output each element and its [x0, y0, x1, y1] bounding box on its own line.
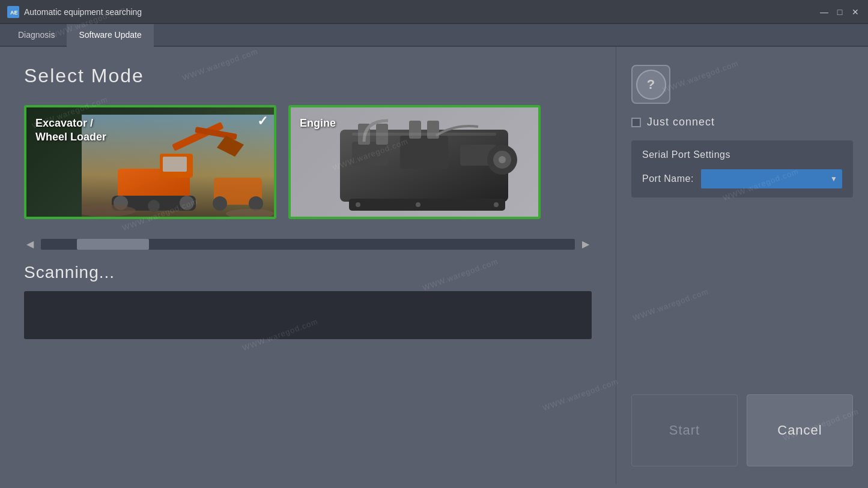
- close-button[interactable]: ✕: [850, 7, 861, 17]
- help-icon: ?: [636, 70, 666, 100]
- main-layout: Select Mode Excavator / Wheel Loader ✓: [0, 47, 868, 484]
- cancel-button[interactable]: Cancel: [747, 394, 853, 466]
- svg-point-27: [499, 156, 506, 163]
- app-icon: AE: [7, 6, 19, 18]
- window-title: Automatic equipment searching: [24, 7, 819, 17]
- scroll-right-arrow[interactable]: ▶: [580, 237, 592, 251]
- svg-rect-19: [400, 136, 448, 169]
- svg-rect-32: [352, 133, 496, 136]
- mode-card-excavator[interactable]: Excavator / Wheel Loader ✓: [24, 105, 276, 219]
- svg-point-31: [494, 202, 499, 207]
- start-button[interactable]: Start: [631, 394, 738, 466]
- excavator-label: Excavator / Wheel Loader: [35, 116, 106, 145]
- help-button[interactable]: ?: [631, 65, 670, 104]
- tab-bar: Diagnosis Software Update: [0, 24, 868, 47]
- svg-point-10: [180, 196, 194, 210]
- svg-text:AE: AE: [10, 10, 18, 16]
- svg-rect-18: [352, 142, 388, 166]
- mode-cards: Excavator / Wheel Loader ✓: [24, 105, 592, 219]
- dropdown-arrow-icon: ▼: [830, 175, 837, 183]
- port-name-row: Port Name: ▼: [642, 169, 842, 188]
- titlebar: AE Automatic equipment searching — □ ✕: [0, 0, 868, 24]
- tab-diagnosis[interactable]: Diagnosis: [6, 24, 67, 47]
- svg-point-11: [148, 200, 160, 212]
- excavator-check: ✓: [257, 113, 268, 129]
- maximize-button[interactable]: □: [834, 7, 845, 17]
- just-connect-label: Just connect: [647, 116, 715, 128]
- horizontal-scrollbar: ◀ ▶: [24, 237, 592, 251]
- scanning-label: Scanning...: [24, 263, 592, 282]
- port-name-dropdown[interactable]: ▼: [701, 169, 842, 188]
- minimize-button[interactable]: —: [819, 7, 830, 17]
- left-panel: Select Mode Excavator / Wheel Loader ✓: [0, 47, 616, 484]
- scroll-thumb[interactable]: [77, 239, 149, 250]
- svg-point-30: [416, 202, 420, 207]
- window-controls: — □ ✕: [819, 7, 861, 17]
- engine-image: [316, 112, 538, 217]
- port-name-label: Port Name:: [642, 173, 694, 184]
- svg-rect-28: [349, 199, 505, 211]
- engine-label: Engine: [300, 116, 336, 130]
- scroll-track[interactable]: [41, 239, 575, 250]
- serial-port-title: Serial Port Settings: [642, 149, 842, 160]
- excavator-image: [82, 115, 274, 217]
- just-connect-row: Just connect: [631, 116, 853, 128]
- select-mode-title: Select Mode: [24, 65, 592, 87]
- svg-rect-5: [163, 157, 187, 172]
- svg-point-14: [249, 196, 263, 211]
- just-connect-checkbox[interactable]: [631, 118, 641, 127]
- svg-rect-23: [409, 121, 421, 139]
- svg-point-13: [213, 196, 227, 211]
- svg-point-29: [356, 202, 360, 207]
- scroll-left-arrow[interactable]: ◀: [24, 237, 36, 251]
- mode-card-engine[interactable]: Engine: [288, 105, 541, 219]
- action-buttons: Start Cancel: [631, 394, 853, 466]
- right-panel: ? Just connect Serial Port Settings Port…: [616, 47, 868, 484]
- tab-software-update[interactable]: Software Update: [67, 24, 153, 47]
- serial-port-section: Serial Port Settings Port Name: ▼: [631, 140, 853, 197]
- scan-output: [24, 291, 592, 339]
